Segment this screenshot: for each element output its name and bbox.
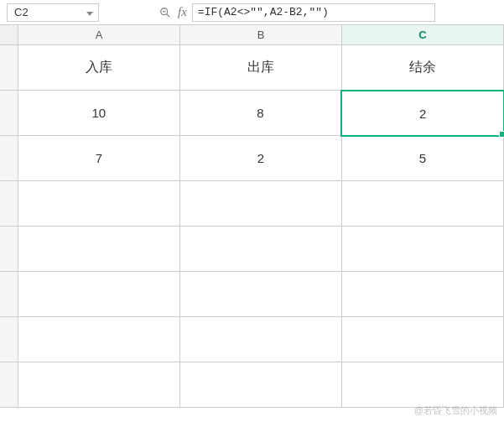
cell-a5[interactable] [18, 227, 180, 272]
table-row: 入库 出库 结余 [18, 45, 504, 91]
cell-c1[interactable]: 结余 [342, 45, 504, 91]
cell-b7[interactable] [180, 317, 342, 362]
row-header-4[interactable] [0, 181, 18, 227]
formula-bar: C2 fx =IF(A2<>"",A2-B2,"") [0, 0, 504, 25]
cell-b4[interactable] [180, 181, 342, 227]
table-row [18, 227, 504, 272]
fx-section: fx =IF(A2<>"",A2-B2,"") [158, 3, 435, 22]
cell-c7[interactable] [342, 317, 504, 362]
cell-reference-value: C2 [14, 6, 29, 18]
cell-a1[interactable]: 入库 [18, 45, 180, 91]
column-header-c[interactable]: C [342, 25, 504, 45]
select-all-corner[interactable] [0, 25, 18, 45]
column-header-b[interactable]: B [180, 25, 342, 45]
table-row [18, 317, 504, 362]
row-header-6[interactable] [0, 272, 18, 317]
cell-b2[interactable]: 8 [180, 91, 342, 136]
row-header-1[interactable] [0, 45, 18, 91]
svg-line-1 [167, 13, 170, 17]
cell-a8[interactable] [18, 362, 180, 408]
row-header-3[interactable] [0, 136, 18, 181]
cell-b8[interactable] [180, 362, 342, 408]
cell-c2[interactable]: 2 [340, 90, 504, 137]
cell-reference-box[interactable]: C2 [7, 3, 99, 22]
fx-label[interactable]: fx [178, 5, 187, 19]
cell-a4[interactable] [18, 181, 180, 227]
cell-c4[interactable] [342, 181, 504, 227]
cell-c3[interactable]: 5 [342, 136, 504, 181]
cells-area: 入库 出库 结余 10 8 2 7 2 5 [18, 45, 504, 408]
row-header-5[interactable] [0, 227, 18, 272]
cell-a6[interactable] [18, 272, 180, 317]
watermark-text: @若昏飞雪的小视频 [414, 404, 497, 417]
table-row [18, 272, 504, 317]
grid-body: 入库 出库 结余 10 8 2 7 2 5 [0, 45, 504, 408]
cell-b5[interactable] [180, 227, 342, 272]
row-header-2[interactable] [0, 91, 18, 136]
table-row: 7 2 5 [18, 136, 504, 181]
row-header-7[interactable] [0, 317, 18, 362]
cell-a7[interactable] [18, 317, 180, 362]
column-header-a[interactable]: A [18, 25, 180, 45]
cell-a2[interactable]: 10 [18, 91, 180, 136]
cell-a3[interactable]: 7 [18, 136, 180, 181]
cell-c8[interactable] [342, 362, 504, 408]
row-header-8[interactable] [0, 362, 18, 408]
row-headers [0, 45, 18, 408]
table-row [18, 362, 504, 408]
table-row: 10 8 2 [18, 91, 504, 136]
cell-c5[interactable] [342, 227, 504, 272]
spreadsheet-grid: A B C 入库 出库 结余 10 8 2 7 [0, 25, 504, 408]
cell-b3[interactable]: 2 [180, 136, 342, 181]
formula-input[interactable]: =IF(A2<>"",A2-B2,"") [192, 3, 435, 22]
cell-b1[interactable]: 出库 [180, 45, 342, 91]
cell-c6[interactable] [342, 272, 504, 317]
search-zoom-icon[interactable] [158, 5, 173, 20]
table-row [18, 181, 504, 227]
cell-b6[interactable] [180, 272, 342, 317]
column-headers-row: A B C [0, 25, 504, 45]
formula-text: =IF(A2<>"",A2-B2,"") [198, 6, 329, 18]
